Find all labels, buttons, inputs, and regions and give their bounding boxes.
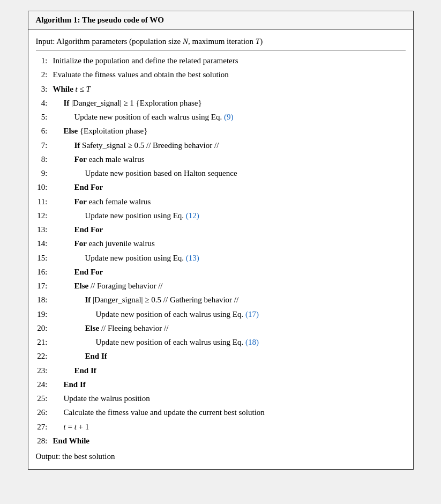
line-content: Update new position of each walrus using… [53, 307, 406, 321]
line-number: 2: [36, 68, 53, 81]
line-content: While t ≤ T [53, 82, 406, 96]
line-number: 10: [36, 180, 53, 194]
line-content: Calculate the fitness value and update t… [53, 405, 406, 419]
table-row: 13: End For [36, 223, 406, 236]
table-row: 15: Update new position using Eq. (13) [36, 251, 406, 265]
table-row: 14: For each juvenile walrus [36, 236, 406, 250]
line-number: 14: [36, 236, 53, 250]
table-row: 16: End For [36, 265, 406, 279]
line-content: Else // Foraging behavior // [53, 279, 406, 293]
line-content: Update the walrus position [53, 391, 406, 405]
line-number: 27: [36, 420, 53, 434]
line-content: For each juvenile walrus [53, 236, 406, 250]
table-row: 21: Update new position of each walrus u… [36, 335, 406, 349]
line-number: 9: [36, 166, 53, 180]
line-number: 1: [36, 54, 53, 68]
table-row: 10: End For [36, 180, 406, 194]
table-row: 3: While t ≤ T [36, 82, 406, 96]
table-row: 18: If |Danger_signal| ≥ 0.5 // Gatherin… [36, 293, 406, 307]
line-content: Evaluate the fitness values and obtain t… [53, 68, 406, 81]
line-content: End While [53, 434, 406, 448]
line-number: 17: [36, 279, 53, 293]
table-row: 20: Else // Fleeing behavior // [36, 321, 406, 335]
line-number: 5: [36, 110, 53, 124]
line-content: Update new position of each walrus using… [53, 335, 406, 349]
table-row: 24: End If [36, 377, 406, 391]
line-content: For each male walrus [53, 152, 406, 166]
line-content: Else {Exploitation phase} [53, 124, 406, 138]
line-number: 4: [36, 96, 53, 110]
line-number: 19: [36, 307, 53, 321]
line-content: Update new position using Eq. (12) [53, 209, 406, 223]
line-number: 13: [36, 223, 53, 236]
line-content: End For [53, 223, 406, 236]
line-number: 23: [36, 364, 53, 377]
table-row: 2: Evaluate the fitness values and obtai… [36, 68, 406, 81]
divider [36, 50, 406, 50]
table-row: 28: End While [36, 434, 406, 448]
line-content: End For [53, 180, 406, 194]
algorithm-content: Input: Algorithm parameters (population … [28, 29, 413, 469]
line-content: Initialize the population and define the… [53, 54, 406, 68]
line-number: 28: [36, 434, 53, 448]
table-row: 25: Update the walrus position [36, 391, 406, 405]
table-row: 9: Update new position based on Halton s… [36, 166, 406, 180]
line-number: 26: [36, 405, 53, 419]
table-row: 5: Update new position of each walrus us… [36, 110, 406, 124]
table-row: 27: t = t + 1 [36, 420, 406, 434]
table-row: 22: End If [36, 349, 406, 363]
line-number: 6: [36, 124, 53, 138]
line-content: If Safety_signal ≥ 0.5 // Breeding behav… [53, 138, 406, 152]
table-row: 11: For each female walrus [36, 195, 406, 209]
algorithm-container: Algorithm 1: The pseudo code of WO Input… [28, 11, 414, 470]
output-text: Output: the best solution [36, 452, 115, 461]
table-row: 1: Initialize the population and define … [36, 54, 406, 68]
input-text: Input: Algorithm parameters (population … [36, 37, 263, 46]
line-number: 16: [36, 265, 53, 279]
table-row: 17: Else // Foraging behavior // [36, 279, 406, 293]
table-row: 6: Else {Exploitation phase} [36, 124, 406, 138]
table-row: 8: For each male walrus [36, 152, 406, 166]
line-content: Update new position using Eq. (13) [53, 251, 406, 265]
line-content: End For [53, 265, 406, 279]
line-number: 8: [36, 152, 53, 166]
line-number: 12: [36, 209, 53, 223]
line-number: 11: [36, 195, 53, 209]
line-content: If |Danger_signal| ≥ 0.5 // Gathering be… [53, 293, 406, 307]
line-content: Update new position based on Halton sequ… [53, 166, 406, 180]
line-number: 7: [36, 138, 53, 152]
input-line: Input: Algorithm parameters (population … [36, 35, 406, 48]
table-row: 23: End If [36, 364, 406, 377]
line-content: t = t + 1 [53, 420, 406, 434]
line-number: 22: [36, 349, 53, 363]
line-number: 15: [36, 251, 53, 265]
line-content: If |Danger_signal| ≥ 1 {Exploration phas… [53, 96, 406, 110]
table-row: 4: If |Danger_signal| ≥ 1 {Exploration p… [36, 96, 406, 110]
line-number: 20: [36, 321, 53, 335]
line-content: For each female walrus [53, 195, 406, 209]
table-row: 7: If Safety_signal ≥ 0.5 // Breeding be… [36, 138, 406, 152]
line-number: 24: [36, 377, 53, 391]
line-content: End If [53, 349, 406, 363]
line-number: 25: [36, 391, 53, 405]
line-content: Update new position of each walrus using… [53, 110, 406, 124]
line-content: End If [53, 377, 406, 391]
table-row: 26: Calculate the fitness value and upda… [36, 405, 406, 419]
algorithm-title: Algorithm 1: The pseudo code of WO [28, 11, 413, 29]
line-content: Else // Fleeing behavior // [53, 321, 406, 335]
line-content: End If [53, 364, 406, 377]
output-line: Output: the best solution [36, 450, 406, 463]
table-row: 12: Update new position using Eq. (12) [36, 209, 406, 223]
line-number: 18: [36, 293, 53, 307]
line-number: 21: [36, 335, 53, 349]
table-row: 19: Update new position of each walrus u… [36, 307, 406, 321]
line-number: 3: [36, 82, 53, 96]
